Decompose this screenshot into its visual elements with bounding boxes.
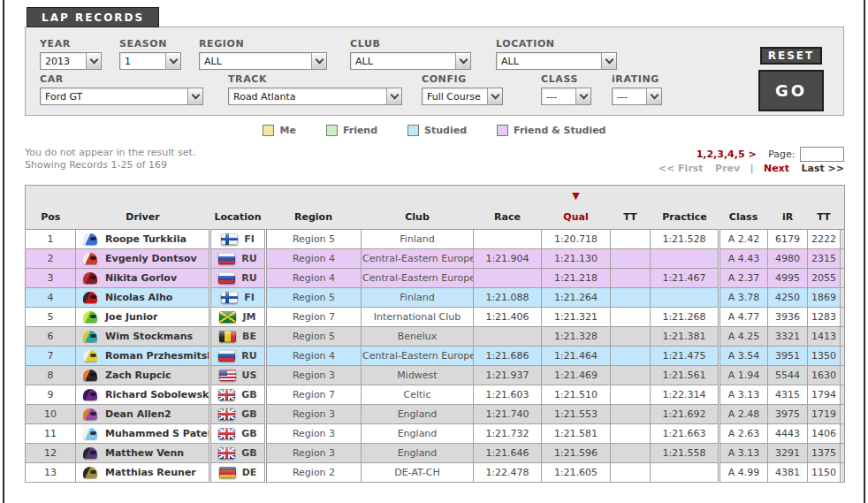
cell-practice	[651, 288, 720, 308]
column-header-location[interactable]: Location	[210, 186, 266, 230]
cell-club: Finland	[362, 288, 474, 308]
chevron-down-icon[interactable]	[646, 88, 661, 104]
country-code: GB	[241, 428, 256, 439]
region-select[interactable]: ALL	[199, 52, 327, 70]
cell-spacer	[841, 288, 845, 308]
filter-label: CAR	[40, 73, 203, 85]
cell-class: A 3.78	[720, 288, 768, 308]
cell-tt-2: 1350	[808, 347, 841, 366]
cell-region: Region 5	[266, 288, 362, 308]
cell-location: FI	[210, 230, 266, 249]
cell-club: Midwest	[362, 366, 474, 385]
cell-class: A 4.77	[720, 308, 768, 327]
chevron-down-icon[interactable]	[575, 88, 590, 104]
class-select[interactable]: ---	[541, 88, 591, 105]
country-code: RU	[241, 253, 256, 264]
flag-icon-fi	[221, 233, 238, 245]
car-select[interactable]: Ford GT	[40, 88, 203, 105]
dropdown-selected-value: 1	[120, 56, 165, 67]
cell-class: A 2.37	[720, 269, 768, 288]
year-select[interactable]: 2013	[40, 52, 102, 70]
chevron-down-icon[interactable]	[86, 53, 101, 69]
location-select[interactable]: ALL	[496, 52, 617, 70]
column-header-region[interactable]: Region	[266, 186, 362, 230]
column-header-label: Club	[362, 211, 474, 223]
column-header-tt-2[interactable]: TT	[808, 186, 841, 230]
cell-driver: Muhammed S Patel	[76, 424, 210, 444]
column-header-race[interactable]: Race	[474, 186, 542, 230]
cell-qual: 1:21.130	[542, 249, 611, 269]
cell-driver: Matthew Venn	[76, 444, 210, 463]
country-code: BE	[242, 331, 256, 342]
cell-pos: 5	[26, 308, 76, 327]
next-page-link[interactable]: Next	[764, 163, 789, 174]
page-left-border	[3, 0, 4, 503]
table-header-row: PosDriverLocationRegionClubRace▼QualTTPr…	[26, 186, 845, 230]
cell-region: Region 3	[266, 405, 362, 424]
cell-club: International Club	[362, 308, 474, 327]
chevron-down-icon[interactable]	[187, 88, 202, 104]
cell-pos: 1	[26, 230, 76, 249]
chevron-down-icon[interactable]	[311, 53, 326, 69]
cell-qual: 1:21.321	[542, 308, 611, 327]
filter-label: CONFIG	[422, 73, 503, 85]
column-header-tt[interactable]: TT	[611, 186, 651, 230]
table-row: 13Matthias ReunerDERegion 2DE-AT-CH1:22.…	[26, 463, 845, 483]
meta-row: You do not appear in the result set. Sho…	[25, 147, 844, 176]
cell-practice: 1:21.528	[651, 230, 720, 249]
irating-select[interactable]: ---	[612, 88, 662, 105]
season-select[interactable]: 1	[119, 52, 181, 70]
prev-page-link[interactable]: Prev	[715, 163, 740, 174]
driver-name: Nikita Gorlov	[105, 272, 177, 284]
chevron-down-icon[interactable]	[601, 53, 616, 69]
table-row: 7Roman PrzhesmitskyRURegion 4Central-Eas…	[26, 347, 845, 366]
driver-name: Matthias Reuner	[105, 467, 196, 478]
first-page-link[interactable]: << First	[659, 163, 704, 174]
cell-club: England	[362, 405, 474, 424]
column-header-driver[interactable]: Driver	[76, 186, 210, 230]
helmet-icon	[83, 272, 97, 284]
helmet-icon	[83, 350, 97, 362]
legend-item: Friend & Studied	[497, 125, 605, 136]
column-header-class[interactable]: Class	[720, 186, 768, 230]
cell-tt-2: 1630	[808, 366, 841, 385]
page-number-links[interactable]: 1,2,3,4,5 >	[697, 149, 757, 160]
track-select[interactable]: Road Atlanta	[228, 88, 402, 105]
cell-location: RU	[210, 347, 266, 366]
club-select[interactable]: ALL	[350, 52, 471, 70]
cell-location: GB	[210, 424, 266, 444]
chevron-down-icon[interactable]	[165, 53, 180, 69]
config-select[interactable]: Full Course	[422, 88, 503, 105]
cell-tt-2: 1283	[808, 308, 841, 327]
reset-button[interactable]: RESET	[760, 47, 822, 65]
helmet-icon	[83, 311, 97, 323]
go-button[interactable]: GO	[758, 70, 824, 111]
filter-track: TRACK Road Atlanta	[228, 70, 402, 105]
chevron-down-icon[interactable]	[386, 88, 401, 104]
cell-region: Region 3	[266, 366, 362, 385]
chevron-down-icon[interactable]	[487, 88, 502, 104]
column-header-qual[interactable]: ▼Qual	[542, 186, 611, 230]
column-header-ir[interactable]: iR	[768, 186, 808, 230]
last-page-link[interactable]: Last >>	[801, 163, 844, 174]
table-row: 1Roope TurkkilaFIRegion 5Finland1:20.718…	[26, 230, 845, 249]
cell-location: DE	[210, 463, 266, 483]
flag-icon-be	[219, 331, 236, 342]
cell-qual: 1:21.328	[542, 327, 611, 347]
dropdown-selected-value: Ford GT	[41, 91, 187, 103]
column-header-club[interactable]: Club	[362, 186, 474, 230]
cell-irating: 4980	[768, 249, 808, 269]
column-header-label: Race	[474, 211, 542, 223]
cell-tt-2: 1375	[808, 444, 841, 463]
column-header-practice[interactable]: Practice	[651, 186, 720, 230]
sort-indicator-icon: ▼	[542, 191, 611, 201]
legend-label: Friend & Studied	[514, 125, 605, 136]
dropdown-selected-value: 2013	[41, 56, 86, 67]
column-header-pos[interactable]: Pos	[26, 186, 76, 230]
filter-label: SEASON	[119, 38, 181, 50]
cell-spacer	[841, 269, 845, 288]
chevron-down-icon[interactable]	[455, 53, 470, 69]
page-input[interactable]	[800, 147, 844, 162]
cell-pos: 7	[26, 347, 76, 366]
cell-spacer	[841, 230, 845, 249]
